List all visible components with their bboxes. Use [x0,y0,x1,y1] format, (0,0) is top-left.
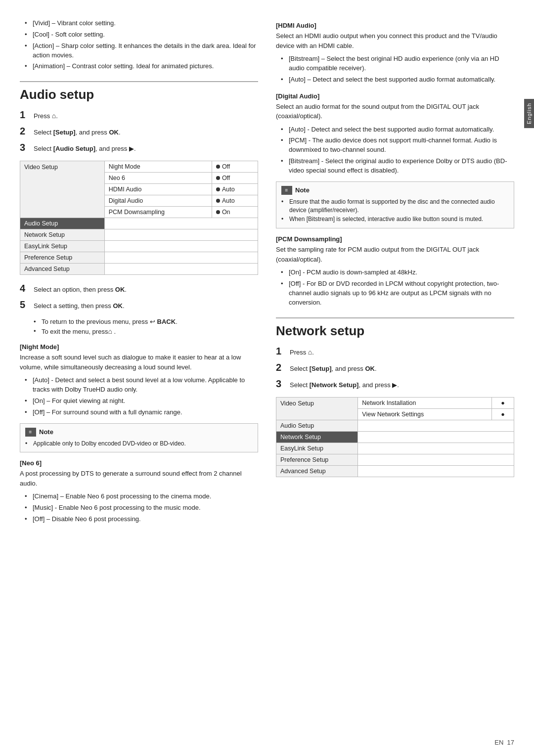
val-night-mode: Off [212,161,258,173]
home-icon-2 [108,328,112,335]
list-item: Ensure that the audio format is supporte… [281,197,509,215]
table-row: Advanced Setup [276,465,514,477]
net-step-1: 1 Press . [276,344,514,358]
list-item: To exit the menu, press . [34,326,258,336]
table-row: Video Setup Night Mode Off [20,161,258,173]
list-item: [Bitstream] – Select the best original H… [281,53,514,74]
home-icon-net [308,349,312,356]
pcm-bullets: [On] - PCM audio is down-sampled at 48kH… [281,267,514,308]
pcm-head: [PCM Downsampling] [276,235,514,243]
net-option-installation: Network Installation [358,397,492,408]
option-hdmi-audio: HDMI Audio [104,184,212,195]
table-row: Audio Setup [276,420,514,431]
digital-audio-head: [Digital Audio] [276,92,514,100]
menu-network-setup: Network Setup [20,229,105,241]
step-3: 3 Select [Audio Setup], and press ▶. [20,140,258,155]
audio-setup-title: Audio setup [20,81,258,102]
audio-setup-steps-2: 4 Select an option, then press OK. 5 Sel… [20,281,258,312]
table-row: Network Setup [276,431,514,443]
net-menu-easylink: EasyLink Setup [276,443,358,454]
list-item: [Bitstream] - Select the original audio … [281,156,514,177]
list-item: [Cinema] – Enable Neo 6 post processing … [25,491,258,502]
page-number: 17 [507,739,514,746]
list-item: [Off] – Disable Neo 6 post processing. [25,514,258,525]
net-val-installation: ● [491,397,514,408]
note-icon-2: ≡ [281,186,292,195]
table-row: EasyLink Setup [20,241,258,252]
net-option-view: View Network Settings [358,408,492,420]
note-icon: ≡ [25,428,36,437]
menu-video-setup: Video Setup [20,161,105,218]
note-list: Applicable only to Dolby encoded DVD-vid… [25,439,253,448]
digital-audio-bullets: [Auto] - Detect and select the best supp… [281,124,514,177]
list-item: [Auto] - Detect and select a best sound … [25,375,258,396]
menu-advanced-setup: Advanced Setup [20,264,105,275]
option-digital-audio: Digital Audio [104,195,212,207]
step-4: 4 Select an option, then press OK. [20,281,258,296]
audio-setup-steps: 1 Press . 2 Select [Setup], and press OK… [20,107,258,155]
page-footer: EN 17 [494,739,514,746]
list-item: [Off] – For surround sound with a full d… [25,407,258,418]
table-row: Preference Setup [276,454,514,465]
digital-audio-desc: Select an audio format for the sound out… [276,102,514,121]
step-1: 1 Press . [20,107,258,122]
list-item: [Animation] – Contrast color setting. Id… [25,61,258,72]
pcm-desc: Set the sampling rate for PCM audio outp… [276,245,514,264]
menu-audio-setup-active: Audio Setup [20,218,105,229]
network-setup-title: Network setup [276,317,514,339]
list-item: [Cool] - Soft color setting. [25,29,258,41]
network-setup-steps: 1 Press . 2 Select [Setup], and press OK… [276,344,514,391]
hdmi-audio-bullets: [Bitstream] – Select the best original H… [281,53,514,86]
note-label-2: Note [295,186,310,194]
list-item: [On] - PCM audio is down-sampled at 48kH… [281,267,514,278]
table-row: Preference Setup [20,252,258,264]
net-step-2: 2 Select [Setup], and press OK. [276,360,514,375]
option-night-mode: Night Mode [104,161,212,173]
list-item: [Vivid] – Vibrant color setting. [25,18,258,29]
menu-preference-setup: Preference Setup [20,252,105,264]
network-setup-table: Video Setup Network Installation ● View … [276,397,514,477]
audio-setup-table: Video Setup Night Mode Off Neo 6 Off HDM… [20,161,258,275]
table-row: Advanced Setup [20,264,258,275]
neo6-desc: A post processing by DTS to generate a s… [20,469,258,488]
note-box-1: ≡ Note Applicable only to Dolby encoded … [20,423,258,453]
list-item: [Music] - Enable Neo 6 post processing t… [25,502,258,514]
hdmi-audio-head: [HDMI Audio] [276,22,514,29]
list-item: [Action] – Sharp color setting. It enhan… [25,41,258,61]
list-item: To return to the previous menu, press BA… [34,317,258,326]
list-item: Applicable only to Dolby encoded DVD-vid… [25,439,253,448]
note-list-2: Ensure that the audio format is supporte… [281,197,509,224]
language-tab: English [524,99,534,128]
net-step-3: 3 Select [Network Setup], and press ▶. [276,376,514,391]
list-item: [PCM] - The audio device does not suppor… [281,135,514,156]
option-pcm: PCM Downsampling [104,207,212,218]
step-2: 2 Select [Setup], and press OK. [20,124,258,138]
night-mode-head: [Night Mode] [20,343,258,351]
neo6-head: [Neo 6] [20,459,258,467]
left-column: [Vivid] – Vibrant color setting. [Cool] … [20,15,258,528]
page-lang: EN [494,739,503,746]
net-menu-advanced: Advanced Setup [276,465,358,477]
val-hdmi-audio: Auto [212,184,258,195]
hdmi-audio-desc: Select an HDMI audio output when you con… [276,31,514,50]
neo6-bullets: [Cinema] – Enable Neo 6 post processing … [25,491,258,525]
val-pcm: On [212,207,258,218]
option-neo6: Neo 6 [104,173,212,184]
table-row: Video Setup Network Installation ● [276,397,514,408]
list-item: [Auto] - Detect and select the best supp… [281,124,514,135]
step-5-subs: To return to the previous menu, press BA… [34,317,258,336]
home-icon [52,112,56,120]
night-mode-bullets: [Auto] - Detect and select a best sound … [25,375,258,418]
net-val-view: ● [491,408,514,420]
net-menu-audio: Audio Setup [276,420,358,431]
list-item: [Auto] – Detect and select the best supp… [281,74,514,86]
menu-easylink-setup: EasyLink Setup [20,241,105,252]
table-row: Network Setup [20,229,258,241]
note-label: Note [39,428,53,436]
right-column: [HDMI Audio] Select an HDMI audio output… [276,15,514,528]
list-item: [On] – For quiet viewing at night. [25,396,258,407]
val-digital-audio: Auto [212,195,258,207]
net-menu-video: Video Setup [276,397,358,420]
list-item: [Off] - For BD or DVD recorded in LPCM w… [281,278,514,309]
step-5: 5 Select a setting, then press OK. [20,297,258,312]
